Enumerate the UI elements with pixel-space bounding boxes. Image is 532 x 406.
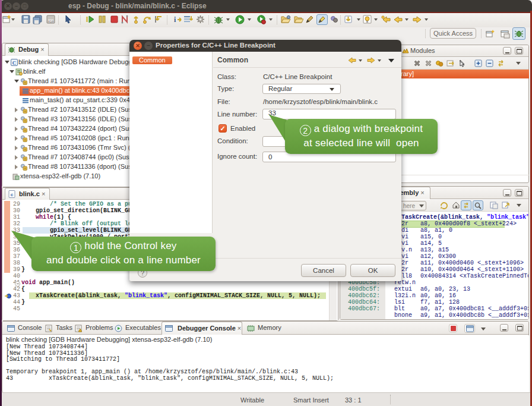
svg-text:i: i — [174, 15, 176, 24]
svg-text:C: C — [12, 60, 17, 66]
svg-text:c: c — [11, 192, 14, 197]
svg-text:010: 010 — [48, 20, 53, 23]
